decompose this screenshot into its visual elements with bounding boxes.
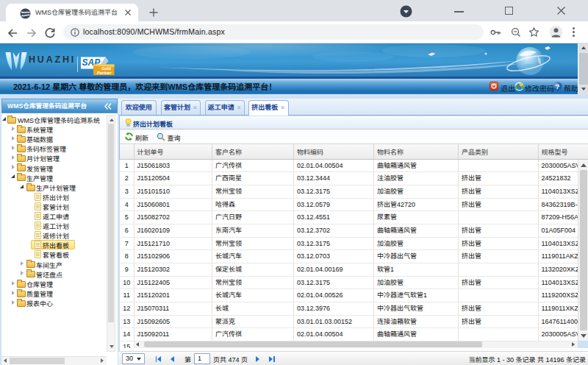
svg-text:?: ? [555,82,559,91]
svg-text:Partner: Partner [97,71,112,75]
